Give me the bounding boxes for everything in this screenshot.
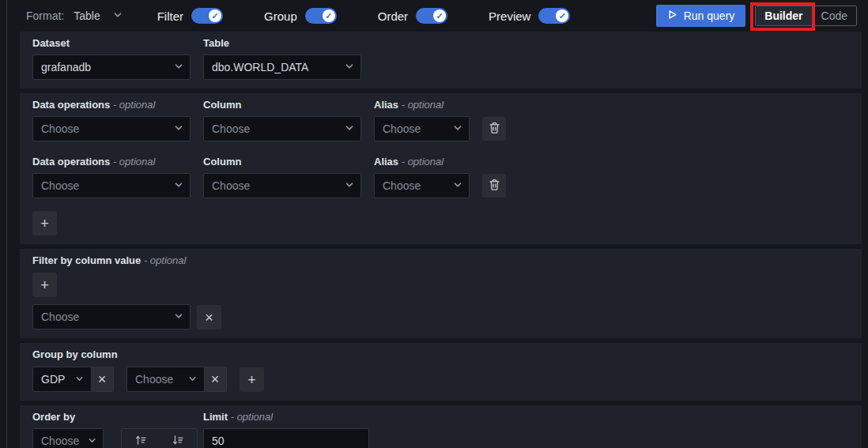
alias-field: Alias - optional Choose: [374, 156, 470, 198]
run-query-button[interactable]: Run query: [656, 5, 746, 27]
chevron-down-icon: [174, 179, 183, 192]
operation-row: Data operations - optional Choose Column…: [32, 99, 849, 141]
check-icon: ✓: [209, 9, 221, 22]
plus-icon: +: [247, 373, 256, 387]
alias-label: Alias - optional: [374, 156, 470, 168]
order-by-section: Order by Choose: [20, 405, 862, 448]
chevron-down-icon: [174, 311, 183, 323]
group-by-section: Group by column GDP × Choose ×: [20, 343, 862, 401]
close-icon: ×: [205, 311, 213, 325]
order-by-field: Order by Choose: [32, 411, 203, 448]
column-label: Column: [203, 156, 361, 168]
filter-label: Filter by column value - optional: [32, 254, 849, 266]
table-select[interactable]: dbo.WORLD_DATA: [203, 55, 361, 80]
code-mode-button[interactable]: Code: [813, 6, 856, 25]
group-by-column-select[interactable]: GDP: [33, 367, 90, 391]
remove-group-by-button[interactable]: ×: [90, 367, 113, 391]
add-group-by-button[interactable]: +: [240, 367, 264, 392]
data-operations-select[interactable]: Choose: [32, 116, 191, 141]
order-toggle-group: Order ✓: [378, 8, 447, 24]
filter-column-select[interactable]: Choose: [32, 304, 191, 329]
query-editor: Format: Table Filter ✓ Group ✓ Order ✓ P…: [6, 0, 868, 448]
chevron-down-icon: [345, 122, 354, 135]
trash-icon: [489, 179, 500, 194]
builder-mode-button[interactable]: Builder: [756, 6, 812, 25]
column-field: Column Choose: [203, 99, 361, 141]
preview-toggle-group: Preview ✓: [489, 8, 570, 24]
group-toggle-group: Group ✓: [264, 8, 337, 24]
data-operations-label: Data operations - optional: [32, 156, 191, 168]
preview-toggle-label: Preview: [489, 9, 530, 23]
order-by-label: Order by: [32, 411, 203, 423]
remove-filter-button[interactable]: ×: [197, 305, 221, 329]
editor-mode-switcher: Builder Code: [755, 6, 857, 26]
close-icon: ×: [98, 372, 107, 386]
data-operations-field: Data operations - optional Choose: [32, 156, 191, 198]
chevron-down-icon: [188, 373, 197, 386]
group-by-combo: Choose ×: [126, 367, 227, 392]
sort-ascending-button[interactable]: [122, 429, 160, 448]
play-icon: [667, 9, 677, 22]
group-by-row: GDP × Choose × +: [32, 367, 849, 392]
preview-toggle[interactable]: ✓: [538, 8, 570, 24]
column-label: Column: [203, 99, 361, 111]
filter-row: Choose ×: [32, 304, 849, 329]
plus-icon: +: [40, 216, 49, 231]
data-operations-field: Data operations - optional Choose: [32, 99, 191, 141]
table-label: Table: [203, 37, 361, 49]
select-section: Data operations - optional Choose Column…: [20, 93, 862, 244]
sort-descending-button[interactable]: [160, 429, 198, 448]
alias-select[interactable]: Choose: [374, 116, 470, 141]
remove-group-by-button[interactable]: ×: [203, 367, 226, 391]
dataset-field: Dataset grafanadb: [32, 37, 191, 80]
delete-row-button[interactable]: [482, 117, 506, 141]
query-editor-toolbar: Format: Table Filter ✓ Group ✓ Order ✓ P…: [7, 0, 868, 32]
check-icon: ✓: [323, 9, 335, 22]
run-query-label: Run query: [684, 9, 735, 22]
chevron-down-icon: [453, 179, 462, 192]
limit-label: Limit - optional: [203, 411, 369, 423]
chevron-down-icon: [113, 9, 123, 22]
column-select[interactable]: Choose: [203, 173, 361, 198]
filter-section: Filter by column value - optional + Choo…: [20, 249, 862, 338]
order-toggle-label: Order: [378, 9, 408, 23]
data-operations-select[interactable]: Choose: [32, 173, 191, 198]
operation-row: Data operations - optional Choose Column…: [32, 156, 849, 198]
trash-icon: [489, 122, 500, 137]
group-by-combo: GDP ×: [32, 367, 114, 392]
filter-toggle-label: Filter: [157, 9, 183, 23]
group-toggle-label: Group: [264, 9, 297, 23]
limit-field: Limit - optional: [203, 411, 369, 448]
check-icon: ✓: [433, 9, 446, 22]
group-toggle[interactable]: ✓: [305, 8, 337, 24]
table-field: Table dbo.WORLD_DATA: [203, 37, 361, 80]
format-value: Table: [74, 9, 100, 22]
dataset-table-section: Dataset grafanadb Table dbo.WORLD_DATA: [20, 32, 862, 88]
dataset-value: grafanadb: [41, 61, 169, 73]
alias-label: Alias - optional: [374, 99, 470, 111]
alias-field: Alias - optional Choose: [374, 99, 470, 141]
sort-direction-group: [121, 428, 198, 448]
chevron-down-icon: [88, 435, 96, 447]
delete-row-button[interactable]: [482, 174, 506, 198]
add-operation-button[interactable]: +: [32, 211, 57, 235]
table-value: dbo.WORLD_DATA: [212, 61, 340, 73]
chevron-down-icon: [75, 373, 84, 386]
check-icon: ✓: [556, 9, 568, 22]
toolbar-right: Run query Builder Code: [656, 5, 862, 27]
dataset-select[interactable]: grafanadb: [32, 55, 191, 80]
chevron-down-icon: [345, 179, 354, 192]
order-by-select[interactable]: Choose: [32, 428, 104, 448]
column-field: Column Choose: [203, 156, 361, 198]
sort-amount-up-icon: [134, 434, 147, 448]
group-by-column-select[interactable]: Choose: [127, 367, 203, 391]
add-filter-button[interactable]: +: [32, 273, 57, 297]
chevron-down-icon: [174, 61, 183, 73]
column-select[interactable]: Choose: [203, 116, 361, 141]
alias-select[interactable]: Choose: [374, 173, 470, 198]
filter-toggle-group: Filter ✓: [157, 8, 223, 24]
limit-input[interactable]: [203, 428, 369, 448]
format-select[interactable]: Table: [74, 9, 122, 22]
filter-toggle[interactable]: ✓: [191, 8, 223, 24]
order-toggle[interactable]: ✓: [416, 8, 447, 24]
